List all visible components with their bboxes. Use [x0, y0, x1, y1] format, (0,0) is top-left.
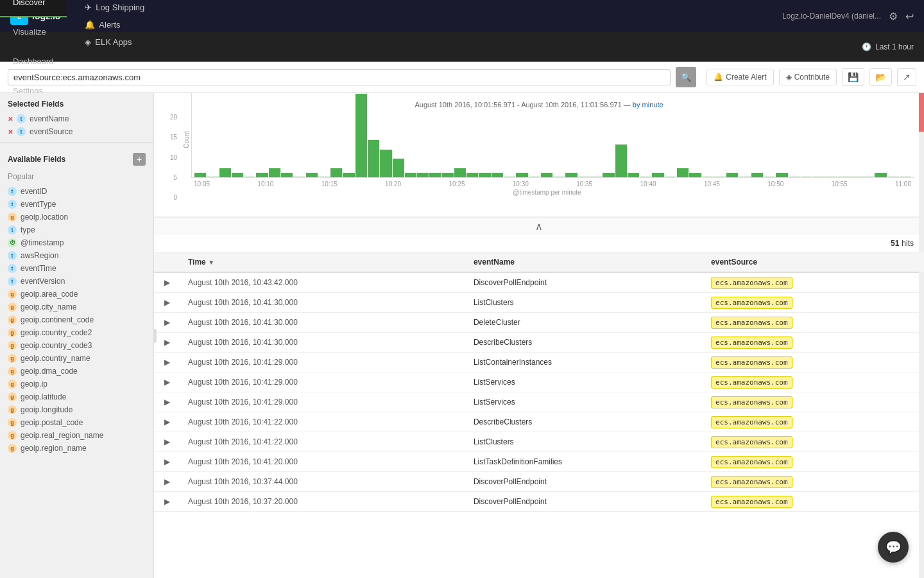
- histogram-bar-23[interactable]: [479, 173, 490, 177]
- table-row[interactable]: ▶ August 10th 2016, 10:41:29.000 ListSer…: [154, 372, 924, 392]
- histogram-bar-31[interactable]: [578, 176, 590, 177]
- histogram-bar-52[interactable]: [838, 176, 850, 177]
- histogram-bar-35[interactable]: [628, 173, 639, 177]
- histogram-bar-36[interactable]: [640, 176, 651, 177]
- expand-row-button[interactable]: ▶: [162, 378, 173, 387]
- expand-row-button[interactable]: ▶: [162, 298, 173, 307]
- histogram-bar-8[interactable]: [293, 176, 305, 177]
- expand-row-button[interactable]: ▶: [162, 318, 173, 327]
- histogram-bar-46[interactable]: [764, 176, 775, 177]
- histogram-bar-15[interactable]: [380, 150, 391, 177]
- histogram-bar-30[interactable]: [565, 173, 577, 177]
- field-eventType[interactable]: teventType: [0, 198, 153, 211]
- histogram-bar-14[interactable]: [368, 140, 379, 177]
- histogram-bar-54[interactable]: [862, 176, 874, 177]
- histogram-bar-55[interactable]: [875, 173, 886, 177]
- histogram-bar-9[interactable]: [306, 173, 318, 177]
- field-geoip.latitude[interactable]: ggeoip.latitude: [0, 390, 153, 403]
- nav-item-alerts[interactable]: 🔔Alerts: [76, 16, 153, 33]
- histogram-bar-42[interactable]: [714, 176, 726, 177]
- field-geoip.city_name[interactable]: ggeoip.city_name: [0, 301, 153, 313]
- histogram-bar-34[interactable]: [615, 144, 627, 177]
- expand-row-button[interactable]: ▶: [162, 437, 173, 446]
- histogram-bar-4[interactable]: [244, 176, 255, 177]
- histogram-bar-37[interactable]: [652, 173, 663, 177]
- nav-item-elk-apps[interactable]: ◈ELK Apps: [76, 33, 153, 51]
- sub-nav-item-visualize[interactable]: Visualize: [0, 17, 67, 47]
- histogram-bar-28[interactable]: [541, 173, 552, 177]
- field-geoip.location[interactable]: ggeoip.location: [0, 211, 153, 223]
- field-geoip.region_name[interactable]: ggeoip.region_name: [0, 442, 153, 455]
- histogram-bar-21[interactable]: [454, 168, 466, 177]
- table-row[interactable]: ▶ August 10th 2016, 10:41:30.000 Describ…: [154, 333, 924, 353]
- histogram-bars[interactable]: [191, 93, 914, 178]
- field-@timestamp[interactable]: ⏱@timestamp: [0, 236, 153, 249]
- field-type[interactable]: ttype: [0, 223, 153, 236]
- histogram-bar-17[interactable]: [405, 173, 416, 177]
- save-button[interactable]: 💾: [842, 68, 864, 86]
- table-row[interactable]: ▶ August 10th 2016, 10:41:30.000 DeleteC…: [154, 313, 924, 333]
- search-input[interactable]: [13, 73, 665, 82]
- remove-field-icon[interactable]: ✕: [8, 116, 13, 123]
- histogram-bar-25[interactable]: [504, 176, 515, 177]
- histogram-bar-40[interactable]: [689, 173, 701, 177]
- histogram-bar-0[interactable]: [194, 173, 206, 177]
- field-geoip.area_code[interactable]: ggeoip.area_code: [0, 288, 153, 301]
- table-row[interactable]: ▶ August 10th 2016, 10:41:29.000 ListCon…: [154, 353, 924, 372]
- field-geoip.continent_code[interactable]: ggeoip.continent_code: [0, 313, 153, 326]
- table-row[interactable]: ▶ August 10th 2016, 10:37:44.000 Discove…: [154, 472, 924, 492]
- histogram-bar-26[interactable]: [516, 173, 527, 177]
- sub-nav-item-discover[interactable]: Discover: [0, 0, 67, 17]
- event-source-column-header[interactable]: eventSource: [703, 252, 924, 272]
- chart-toggle-button[interactable]: ∧: [154, 217, 924, 235]
- expand-row-button[interactable]: ▶: [162, 497, 173, 506]
- field-geoip.country_code2[interactable]: ggeoip.country_code2: [0, 326, 153, 339]
- search-button[interactable]: 🔍: [676, 67, 696, 87]
- field-geoip.country_name[interactable]: ggeoip.country_name: [0, 352, 153, 365]
- expand-row-button[interactable]: ▶: [162, 358, 173, 367]
- add-field-button[interactable]: +: [133, 153, 146, 166]
- scroll-indicator[interactable]: [919, 93, 924, 578]
- histogram-bar-22[interactable]: [466, 173, 478, 177]
- histogram-bar-49[interactable]: [801, 176, 812, 177]
- histogram-bar-7[interactable]: [281, 173, 293, 177]
- field-eventTime[interactable]: teventTime: [0, 262, 153, 275]
- table-row[interactable]: ▶ August 10th 2016, 10:43:42.000 Discove…: [154, 272, 924, 293]
- histogram-bar-24[interactable]: [492, 173, 503, 177]
- table-row[interactable]: ▶ August 10th 2016, 10:37:20.000 Discove…: [154, 492, 924, 512]
- histogram-bar-2[interactable]: [219, 168, 231, 177]
- field-geoip.country_code3[interactable]: ggeoip.country_code3: [0, 339, 153, 352]
- time-column-header[interactable]: Time ▼: [180, 252, 466, 272]
- field-geoip.longitude[interactable]: ggeoip.longitude: [0, 403, 153, 416]
- search-input-wrap[interactable]: [8, 69, 671, 85]
- histogram-bar-45[interactable]: [751, 173, 763, 177]
- histogram-bar-13[interactable]: [355, 94, 367, 177]
- chat-button[interactable]: 💬: [878, 532, 909, 563]
- histogram-bar-57[interactable]: [900, 176, 911, 177]
- nav-item-log-shipping[interactable]: ✈Log Shipping: [76, 0, 153, 16]
- field-geoip.dma_code[interactable]: ggeoip.dma_code: [0, 365, 153, 378]
- sidebar-toggle-button[interactable]: ‹: [154, 329, 157, 343]
- histogram-bar-29[interactable]: [553, 176, 565, 177]
- expand-row-button[interactable]: ▶: [162, 338, 173, 347]
- histogram-bar-10[interactable]: [318, 176, 330, 177]
- create-alert-button[interactable]: 🔔 Create Alert: [706, 69, 773, 85]
- event-name-column-header[interactable]: eventName: [466, 252, 703, 272]
- histogram-bar-50[interactable]: [813, 176, 825, 177]
- histogram-bar-44[interactable]: [739, 176, 750, 177]
- histogram-bar-11[interactable]: [330, 168, 342, 177]
- table-row[interactable]: ▶ August 10th 2016, 10:41:29.000 ListSer…: [154, 392, 924, 412]
- gear-icon[interactable]: ⚙: [889, 10, 898, 22]
- field-eventVersion[interactable]: teventVersion: [0, 275, 153, 288]
- histogram-bar-19[interactable]: [429, 173, 441, 177]
- histogram-bar-38[interactable]: [665, 176, 676, 177]
- histogram-bar-18[interactable]: [417, 173, 429, 177]
- field-eventID[interactable]: teventID: [0, 185, 153, 198]
- histogram-bar-5[interactable]: [256, 173, 268, 177]
- expand-row-button[interactable]: ▶: [162, 278, 173, 287]
- field-geoip.ip[interactable]: ggeoip.ip: [0, 378, 153, 390]
- histogram-bar-47[interactable]: [776, 173, 787, 177]
- histogram-bar-16[interactable]: [393, 159, 404, 177]
- histogram-bar-33[interactable]: [603, 173, 614, 177]
- expand-row-button[interactable]: ▶: [162, 398, 173, 407]
